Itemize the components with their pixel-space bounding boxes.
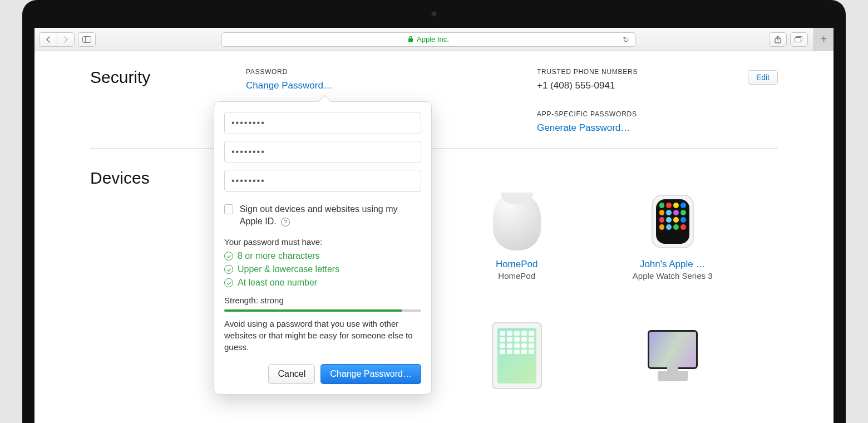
screen: Apple Inc. ↻ + Security PASSWORD xyxy=(34,28,834,423)
change-password-button[interactable]: Change Password… xyxy=(320,364,421,384)
sidebar-toggle-button[interactable] xyxy=(78,32,96,47)
device-imac[interactable] xyxy=(617,325,728,393)
address-host: Apple Inc. xyxy=(417,35,449,43)
imac-icon xyxy=(642,330,703,381)
nav-back-forward xyxy=(39,32,75,47)
edit-button-label: Edit xyxy=(756,73,770,82)
change-password-button-label: Change Password… xyxy=(330,369,412,378)
password-strength-label: Strength: strong xyxy=(224,296,421,305)
check-icon xyxy=(224,278,233,287)
section-security: Security PASSWORD Change Password… TRUST… xyxy=(90,68,778,149)
change-password-popover: Sign out devices and websites using my A… xyxy=(214,101,432,395)
check-icon xyxy=(224,252,233,260)
password-req-3: At least one number xyxy=(224,278,421,288)
verify-password-input[interactable] xyxy=(224,170,421,192)
password-strength-bar xyxy=(224,309,421,312)
safari-toolbar: Apple Inc. ↻ + xyxy=(34,28,834,51)
security-trusted-column: TRUSTED PHONE NUMBERS +1 (408) 555-0941 … xyxy=(537,68,778,134)
page-body: Security PASSWORD Change Password… TRUST… xyxy=(34,51,834,423)
lock-icon xyxy=(408,36,413,43)
device-name: John's Apple … xyxy=(640,259,706,270)
signout-checkbox[interactable] xyxy=(224,204,233,214)
password-requirements-title: Your password must have: xyxy=(224,237,421,247)
cancel-button[interactable]: Cancel xyxy=(268,364,315,384)
req-text-3: At least one number xyxy=(238,278,317,288)
reload-icon[interactable]: ↻ xyxy=(623,35,629,44)
current-password-input[interactable] xyxy=(224,112,421,134)
signout-checkbox-label: Sign out devices and websites using my A… xyxy=(240,203,421,227)
help-icon[interactable]: ? xyxy=(281,218,290,227)
device-name: HomePod xyxy=(496,259,538,270)
device-model: HomePod xyxy=(498,271,535,281)
svg-rect-5 xyxy=(795,37,801,42)
homepod-icon xyxy=(493,193,541,250)
trusted-number-value: +1 (408) 555-0941 xyxy=(537,80,778,91)
req-text-1: 8 or more characters xyxy=(238,251,320,261)
check-icon xyxy=(224,265,233,274)
apple-watch-icon xyxy=(652,195,694,248)
password-req-2: Upper & lowercase letters xyxy=(224,264,421,274)
device-ipad[interactable] xyxy=(461,325,573,393)
app-specific-label: APP-SPECIFIC PASSWORDS xyxy=(537,110,778,118)
section-title-devices: Devices xyxy=(90,169,150,393)
password-advice-text: Avoid using a password that you use with… xyxy=(224,318,421,353)
device-apple-watch[interactable]: John's Apple … Apple Watch Series 3 xyxy=(617,191,728,281)
password-label: PASSWORD xyxy=(246,68,487,76)
svg-rect-0 xyxy=(83,36,91,42)
device-homepod[interactable]: HomePod HomePod xyxy=(461,191,573,281)
back-button[interactable] xyxy=(39,32,57,47)
new-password-input[interactable] xyxy=(224,141,421,163)
cancel-button-label: Cancel xyxy=(278,369,305,378)
password-strength-fill xyxy=(224,309,402,312)
share-button[interactable] xyxy=(769,32,787,47)
device-model: Apple Watch Series 3 xyxy=(633,271,713,281)
tabs-button[interactable] xyxy=(790,32,808,47)
address-bar[interactable]: Apple Inc. ↻ xyxy=(221,32,635,47)
laptop-camera xyxy=(431,11,437,17)
edit-security-button[interactable]: Edit xyxy=(748,70,778,85)
ipad-icon xyxy=(492,322,542,389)
generate-password-link[interactable]: Generate Password… xyxy=(537,122,778,134)
password-req-1: 8 or more characters xyxy=(224,251,421,261)
trusted-numbers-label: TRUSTED PHONE NUMBERS xyxy=(537,68,778,76)
laptop-frame: Apple Inc. ↻ + Security PASSWORD xyxy=(22,0,846,423)
new-tab-button[interactable]: + xyxy=(813,28,834,51)
change-password-link[interactable]: Change Password… xyxy=(246,80,487,91)
signout-label-text: Sign out devices and websites using my A… xyxy=(240,204,398,226)
req-text-2: Upper & lowercase letters xyxy=(238,264,339,274)
section-devices: Devices w. Learn more om V 4K xyxy=(90,149,778,393)
forward-button[interactable] xyxy=(57,32,75,47)
svg-rect-2 xyxy=(408,38,413,42)
